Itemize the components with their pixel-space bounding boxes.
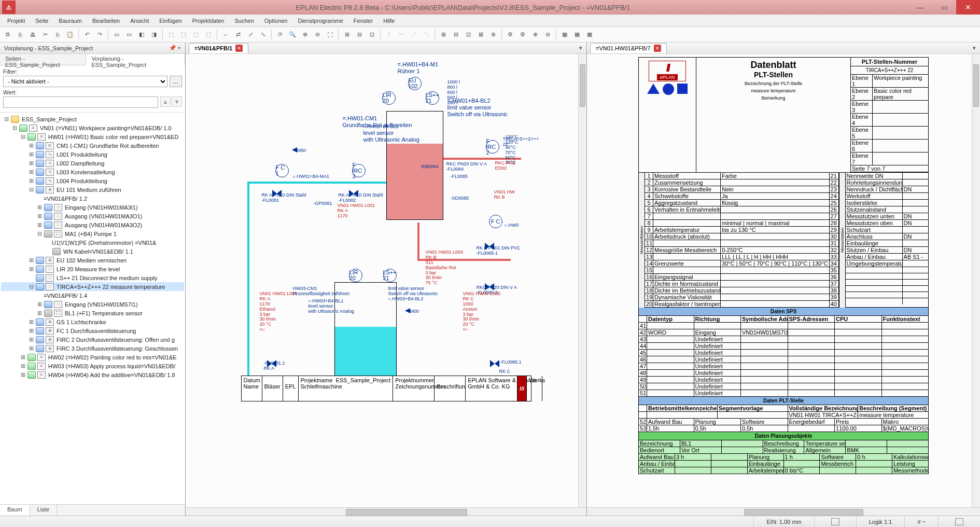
- filter-select[interactable]: - Nicht aktiviert -: [3, 76, 167, 87]
- center-vscroll[interactable]: [578, 54, 586, 507]
- right-vscroll[interactable]: [972, 54, 980, 507]
- tree-expander[interactable]: ⊞: [28, 336, 34, 343]
- tree-node[interactable]: ⊞∷Eingang (VN01HW01MS7I1): [1, 300, 184, 309]
- tree-node[interactable]: ⊟∷TIRCA+S++Z+++ 22 measure temperature: [1, 282, 184, 291]
- menu-bearbeiten[interactable]: Bearbeiten: [88, 16, 124, 25]
- toolbar-button[interactable]: ⎘: [52, 29, 63, 40]
- toolbar-button[interactable]: ▭: [111, 29, 122, 40]
- tree-expander[interactable]: ⊞: [36, 310, 43, 316]
- bottomtab-liste[interactable]: Liste: [30, 505, 57, 516]
- center-doc-tab[interactable]: =VN01&PFB/1 ✕: [189, 43, 248, 53]
- toolbar-button[interactable]: ⧉: [2, 29, 13, 40]
- tree-expander[interactable]: ⊞: [28, 257, 34, 264]
- close-button[interactable]: ✕: [956, 0, 980, 15]
- tree-node[interactable]: ⊞∿L002 Dampfleitung: [1, 159, 184, 168]
- toolbar-button[interactable]: ⚙: [505, 29, 516, 40]
- tree-node[interactable]: ⊞※GS 1 Lichtschranke: [1, 317, 184, 326]
- filter-browse-button[interactable]: …: [170, 76, 182, 87]
- tree-expander[interactable]: ⊟: [20, 133, 26, 140]
- toolbar-button[interactable]: 📋: [64, 29, 76, 40]
- tree-expander[interactable]: ⊞: [36, 221, 43, 228]
- tree-node[interactable]: ⊞≡HW03 (=HW03) Apply process liquid=VN01…: [1, 362, 184, 370]
- toolbar-button[interactable]: ▦: [571, 29, 583, 40]
- right-doc-tab[interactable]: =VN01.HW01&PFB/7 ✕: [590, 43, 666, 53]
- tab-seiten[interactable]: Seiten - ESS_Sample_Project: [0, 54, 86, 65]
- tree-expander[interactable]: ⊞: [28, 345, 34, 352]
- menu-fenster[interactable]: Fenster: [349, 16, 377, 25]
- toolbar-button[interactable]: ▦: [584, 29, 595, 40]
- wert-input[interactable]: [3, 96, 158, 108]
- tree-node[interactable]: ⊞※EU 102 Medien vermischen: [1, 256, 184, 265]
- toolbar-button[interactable]: ⊖: [312, 29, 323, 40]
- tree-node[interactable]: ⊞⛶BL1 (+F1) Temperature sensor: [1, 309, 184, 317]
- tab-dropdown-icon[interactable]: ▾: [973, 45, 976, 51]
- tree-node[interactable]: ⊟⛶MA1 (+B4) Pumpe 1: [1, 229, 184, 238]
- pin-icon[interactable]: 📌 ▾: [169, 45, 181, 51]
- menu-bauraum[interactable]: Bauraum: [54, 16, 86, 25]
- toolbar-button[interactable]: ⊕: [299, 29, 311, 40]
- tab-dropdown-icon[interactable]: ▾: [579, 45, 582, 51]
- toolbar-button[interactable]: ⋯: [396, 29, 407, 40]
- maximize-button[interactable]: ▭: [932, 0, 956, 15]
- tree-node[interactable]: ⊟※EU 101 Medium zuführen: [1, 185, 184, 194]
- tree-node[interactable]: ⊞※FIRC 2 Durchflussventilsteuerung: Offe…: [1, 335, 184, 344]
- tree-node[interactable]: ⊟≡HW01 (=HW01) Basic color red prepare=V…: [1, 132, 184, 141]
- toolbar-button[interactable]: ⊡: [463, 29, 474, 40]
- tree-node[interactable]: ∷LS++ 21 Disconnect the medium supply: [1, 273, 184, 282]
- toolbar-button[interactable]: ⛶: [324, 29, 335, 40]
- toolbar-button[interactable]: ⚙: [517, 29, 528, 40]
- toolbar-button[interactable]: ⊞: [341, 29, 353, 40]
- up-arrow-button[interactable]: ▲: [160, 96, 171, 107]
- tree-node[interactable]: =VN01&PFB/ 1.2: [1, 194, 184, 203]
- minimize-button[interactable]: —: [908, 0, 932, 15]
- tab-vorplanung[interactable]: Vorplanung - ESS_Sample_Project: [86, 54, 185, 65]
- toolbar-button[interactable]: ⬚: [165, 29, 177, 40]
- toolbar-button[interactable]: ⟳: [274, 29, 286, 40]
- toolbar-button[interactable]: ↔: [220, 29, 231, 40]
- tree-expander[interactable]: ⊟: [3, 116, 9, 122]
- menu-optionen[interactable]: Optionen: [260, 16, 292, 25]
- tree-expander[interactable]: ⊞: [36, 204, 43, 211]
- toolbar-button[interactable]: ⋮: [383, 29, 395, 40]
- toolbar-button[interactable]: ⊞: [438, 29, 449, 40]
- menu-ansicht[interactable]: Ansicht: [126, 16, 153, 25]
- tree-node[interactable]: ⊟≡VN01 (=VN01) Workpiece painting=VN01&E…: [1, 123, 184, 132]
- toolbar-button[interactable]: ⤢: [245, 29, 256, 40]
- toolbar-button[interactable]: 🔍: [287, 29, 298, 40]
- close-tab-icon[interactable]: ✕: [654, 45, 661, 52]
- down-arrow-button[interactable]: ▼: [172, 96, 182, 107]
- toolbar-button[interactable]: ▦: [559, 29, 570, 40]
- toolbar-button[interactable]: ⊠: [475, 29, 486, 40]
- tree-node[interactable]: =VN01&PFB/ 1.4: [1, 291, 184, 300]
- toolbar-button[interactable]: ⊟: [450, 29, 461, 40]
- menu-seite[interactable]: Seite: [31, 16, 52, 25]
- tree-expander[interactable]: ⊟: [28, 283, 34, 290]
- tree-expander[interactable]: ⊞: [28, 151, 34, 158]
- menu-projektdaten[interactable]: Projektdaten: [188, 16, 229, 25]
- toolbar-button[interactable]: ⤡: [257, 29, 269, 40]
- tree-node[interactable]: ⊞∿L003 Kondensatleitung: [1, 168, 184, 176]
- toolbar-button[interactable]: ✂: [39, 29, 51, 40]
- toolbar-button[interactable]: ⊟: [354, 29, 365, 40]
- menu-einfügen[interactable]: Einfügen: [155, 16, 186, 25]
- toolbar-button[interactable]: ⬚: [178, 29, 189, 40]
- tree-expander[interactable]: ⊞: [28, 169, 34, 175]
- tree-expander[interactable]: ⊟: [11, 124, 18, 131]
- toolbar-button[interactable]: ↶: [81, 29, 93, 40]
- tree-node[interactable]: ⊞※FIRC 3 Durchflussventilsteuerung: Gesc…: [1, 344, 184, 353]
- toolbar-button[interactable]: ⎘: [15, 29, 26, 40]
- tree-expander[interactable]: ⊞: [20, 363, 26, 369]
- tree-expander[interactable]: ⊟: [36, 230, 43, 237]
- datasheet-canvas[interactable]: ///ePLAN Datenblatt PLT-Stellen Bezeichn…: [587, 54, 980, 507]
- tree-node[interactable]: ⊞≡HW02 (=HW02) Painting color red to mix…: [1, 353, 184, 362]
- tree-expander[interactable]: ⊞: [28, 327, 34, 334]
- toolbar-button[interactable]: ◧: [136, 29, 147, 40]
- menu-hilfe[interactable]: Hilfe: [379, 16, 399, 25]
- tree-node[interactable]: ⊞∿L001 Produktleitung: [1, 150, 184, 159]
- toolbar-button[interactable]: ⊖: [542, 29, 553, 40]
- tree-node[interactable]: ⊞∷Ausgang (VN01HW01MA3O2): [1, 220, 184, 229]
- menu-suchen[interactable]: Suchen: [230, 16, 258, 25]
- tree-expander[interactable]: ⊞: [36, 301, 43, 308]
- toolbar-button[interactable]: ⋱: [421, 29, 432, 40]
- toolbar-button[interactable]: ⋰: [408, 29, 419, 40]
